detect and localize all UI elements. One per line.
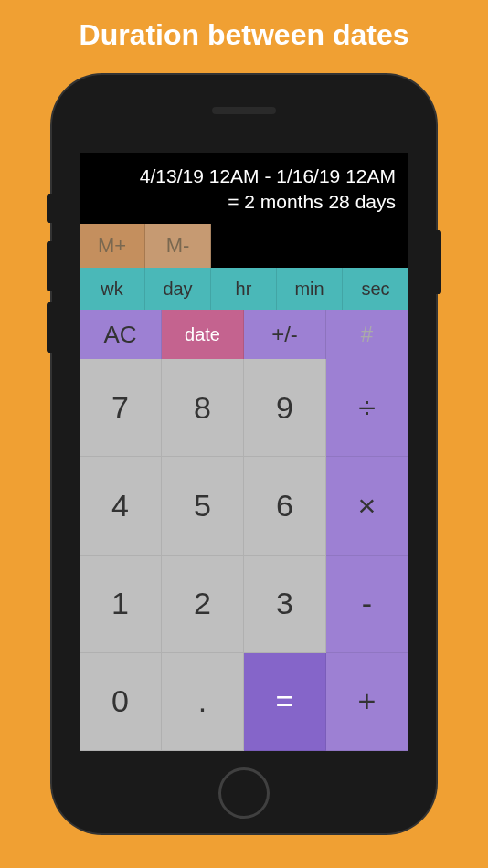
volume-down (47, 302, 52, 353)
power-button (436, 230, 441, 294)
key-6[interactable]: 6 (244, 457, 326, 555)
key-equals[interactable]: = (244, 653, 326, 751)
phone-side-buttons-left (47, 194, 52, 364)
unit-day-button[interactable]: day (145, 268, 211, 310)
unit-minute-button[interactable]: min (277, 268, 343, 310)
key-add[interactable]: + (326, 653, 408, 751)
page-headline: Duration between dates (80, 18, 409, 52)
volume-up (47, 241, 52, 291)
key-3[interactable]: 3 (244, 556, 326, 653)
display-expression: 4/13/19 12AM - 1/16/19 12AM (92, 164, 396, 189)
key-0[interactable]: 0 (80, 653, 162, 751)
unit-second-button[interactable]: sec (343, 268, 408, 310)
key-multiply[interactable]: × (326, 457, 408, 555)
hash-button[interactable]: # (326, 310, 408, 359)
phone-speaker (212, 107, 276, 114)
sign-toggle-button[interactable]: +/- (244, 310, 326, 359)
key-1[interactable]: 1 (80, 556, 162, 653)
memory-row: M+ M- (80, 224, 408, 268)
app-screen: 4/13/19 12AM - 1/16/19 12AM = 2 months 2… (80, 153, 408, 751)
key-9[interactable]: 9 (244, 359, 326, 457)
phone-side-buttons-right (436, 230, 441, 294)
all-clear-button[interactable]: AC (80, 310, 162, 359)
mute-switch (47, 194, 52, 223)
unit-hour-button[interactable]: hr (211, 268, 277, 310)
keypad: 7 8 9 ÷ 4 5 6 × 1 2 3 - 0 . = + (80, 359, 408, 751)
unit-week-button[interactable]: wk (80, 268, 145, 310)
unit-row: wk day hr min sec (80, 268, 408, 310)
phone-frame: 4/13/19 12AM - 1/16/19 12AM = 2 months 2… (52, 75, 436, 833)
date-button[interactable]: date (162, 310, 244, 359)
memory-plus-button[interactable]: M+ (80, 224, 145, 268)
function-row: AC date +/- # (80, 310, 408, 359)
key-2[interactable]: 2 (162, 556, 244, 653)
key-7[interactable]: 7 (80, 359, 162, 457)
key-decimal[interactable]: . (162, 653, 244, 751)
key-5[interactable]: 5 (162, 457, 244, 555)
key-divide[interactable]: ÷ (326, 359, 408, 457)
key-8[interactable]: 8 (162, 359, 244, 457)
calculator-display: 4/13/19 12AM - 1/16/19 12AM = 2 months 2… (80, 153, 408, 224)
memory-minus-button[interactable]: M- (145, 224, 211, 268)
home-button[interactable] (218, 767, 270, 819)
display-result: = 2 months 28 days (92, 189, 396, 215)
key-4[interactable]: 4 (80, 457, 162, 555)
key-subtract[interactable]: - (326, 556, 408, 653)
